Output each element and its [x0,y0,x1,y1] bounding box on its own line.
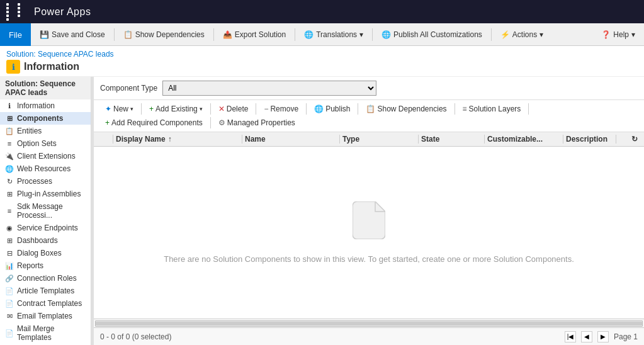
sidebar-item-label: Plug-in Assemblies [17,189,81,198]
sidebar-item-label: Sdk Message Processi... [17,202,86,220]
add-existing-button[interactable]: + Add Existing ▾ [144,103,208,115]
sidebar-item-label: Contract Templates [17,299,82,308]
app-grid-icon[interactable] [6,3,28,21]
right-panel: Component Type All Entities Option Sets … [94,77,644,345]
col-sep [113,135,113,144]
col-name[interactable]: Name [245,135,339,144]
col-display-name[interactable]: Display Name ↑ [116,135,242,144]
col-state[interactable]: State [421,135,484,144]
sidebar-item-dialog-boxes[interactable]: ⊟ Dialog Boxes [0,247,91,259]
separator [372,28,373,41]
next-page-button[interactable]: ▶ [597,331,609,342]
col-sep [563,135,563,144]
add-required-button[interactable]: + Add Required Components [100,116,208,129]
delete-button[interactable]: ✕ Delete [213,103,254,115]
h-scroll-bar[interactable] [94,319,644,327]
record-info: 0 - 0 of 0 (0 selected) [100,332,171,341]
publish-icon: 🌐 [381,30,391,39]
sidebar-item-label: Email Templates [17,312,72,320]
sidebar-item-components[interactable]: ⊞ Components [0,112,91,125]
translations-button[interactable]: 🌐 Translations ▾ [299,28,368,42]
file-button[interactable]: File [0,23,31,46]
main-layout: Solution: Sequence APAC leads ℹ Informat… [0,46,644,345]
sidebar-item-entities[interactable]: 📋 Entities [0,125,91,137]
add-existing-icon: + [149,105,154,113]
sidebar-item-client-extensions[interactable]: 🔌 Client Extensions [0,150,91,162]
sidebar-item-mail-merge-templates[interactable]: 📄 Mail Merge Templates [0,322,91,344]
sidebar-item-email-templates[interactable]: ✉ Email Templates [0,310,91,322]
prev-page-button[interactable]: ◀ [581,331,592,342]
col-customizable[interactable]: Customizable... [487,135,563,144]
breadcrumb-solution[interactable]: Solution: Sequence APAC leads [6,50,114,59]
empty-icon [353,201,385,244]
separator [210,117,211,128]
actions-button[interactable]: ⚡ Actions ▾ [495,28,548,42]
sidebar-item-icon: ⊞ [5,189,14,198]
separator [491,28,492,41]
sidebar-item-web-resources[interactable]: 🌐 Web Resources [0,162,91,175]
sidebar-item-label: Mail Merge Templates [17,324,86,342]
help-button[interactable]: ❓ Help ▾ [596,28,640,42]
sidebar-item-plug-in-assemblies[interactable]: ⊞ Plug-in Assemblies [0,188,91,200]
publish-all-button[interactable]: 🌐 Publish All Customizations [376,28,487,42]
component-type-select[interactable]: All Entities Option Sets Web Resources P… [162,81,376,96]
remove-button[interactable]: − Remove [259,103,303,115]
table-header: Display Name ↑ Name Type State Customiza… [94,132,644,147]
sidebar-item-label: Web Resources [17,164,71,173]
sidebar-item-icon: 📊 [5,261,14,270]
refresh-button[interactable]: ↻ [619,135,638,144]
sidebar-item-label: Reports [17,261,43,270]
sidebar-item-dashboards[interactable]: ⊞ Dashboards [0,234,91,247]
show-deps-button[interactable]: 📋 Show Dependencies [361,103,451,115]
managed-props-icon: ⚙ [218,118,225,127]
sidebar-item-article-templates[interactable]: 📄 Article Templates [0,285,91,297]
solution-layers-icon: ≡ [463,105,467,113]
sidebar-item-label: Components [17,114,63,123]
sidebar-item-information[interactable]: ℹ Information [0,99,91,112]
sidebar-item-contract-templates[interactable]: 📄 Contract Templates [0,297,91,310]
translations-icon: 🌐 [304,30,314,39]
content-area: Solution: Sequence APAC leads ℹ Informat… [0,77,644,345]
sidebar-item-icon: 🔌 [5,152,14,161]
sidebar-item-sdk-message-processi[interactable]: ≡ Sdk Message Processi... [0,200,91,222]
sidebar-item-icon: ⊞ [5,236,14,245]
new-icon: ✦ [105,105,111,113]
export-solution-button[interactable]: 📤 Export Solution [218,28,291,42]
sidebar-item-icon: ≡ [5,139,14,148]
pagination: |◀ ◀ ▶ Page 1 [565,331,638,342]
separator [213,28,214,41]
save-and-close-button[interactable]: 💾 Save and Close [35,28,110,42]
sidebar-item-icon: 📄 [5,286,14,295]
col-sep [616,135,616,144]
sidebar-item-icon: 📋 [5,127,14,135]
empty-message: There are no Solution Components to show… [164,254,574,264]
sidebar-item-processes[interactable]: ↻ Processes [0,175,91,188]
app-title: Power Apps [34,6,91,18]
sidebar-item-reports[interactable]: 📊 Reports [0,259,91,272]
sidebar-item-service-endpoints[interactable]: ◉ Service Endpoints [0,222,91,234]
separator [114,28,115,41]
sidebar-item-label: Article Templates [17,286,74,295]
sidebar-item-label: Option Sets [17,139,57,148]
sidebar-item-icon: ⊞ [5,114,14,123]
sidebar-item-icon: 🌐 [5,164,14,173]
show-dependencies-button[interactable]: 📋 Show Dependencies [118,28,210,42]
first-page-button[interactable]: |◀ [565,331,576,342]
sidebar-item-label: Information [17,101,55,110]
delete-icon: ✕ [218,105,225,113]
deps-icon: 📋 [123,30,133,39]
sidebar-item-label: Processes [17,177,52,186]
col-type[interactable]: Type [342,135,418,144]
col-sep [242,135,242,144]
managed-properties-button[interactable]: ⚙ Managed Properties [213,116,300,129]
sidebar-item-connection-roles[interactable]: 🔗 Connection Roles [0,272,91,285]
publish-button[interactable]: 🌐 Publish [309,103,355,115]
col-description[interactable]: Description [566,135,616,144]
solution-layers-button[interactable]: ≡ Solution Layers [458,103,526,115]
separator [141,103,142,115]
new-button[interactable]: ✦ New ▾ [100,103,138,115]
col-sep [418,135,419,144]
export-icon: 📤 [223,30,232,39]
separator [306,103,307,115]
sidebar-item-option-sets[interactable]: ≡ Option Sets [0,137,91,150]
